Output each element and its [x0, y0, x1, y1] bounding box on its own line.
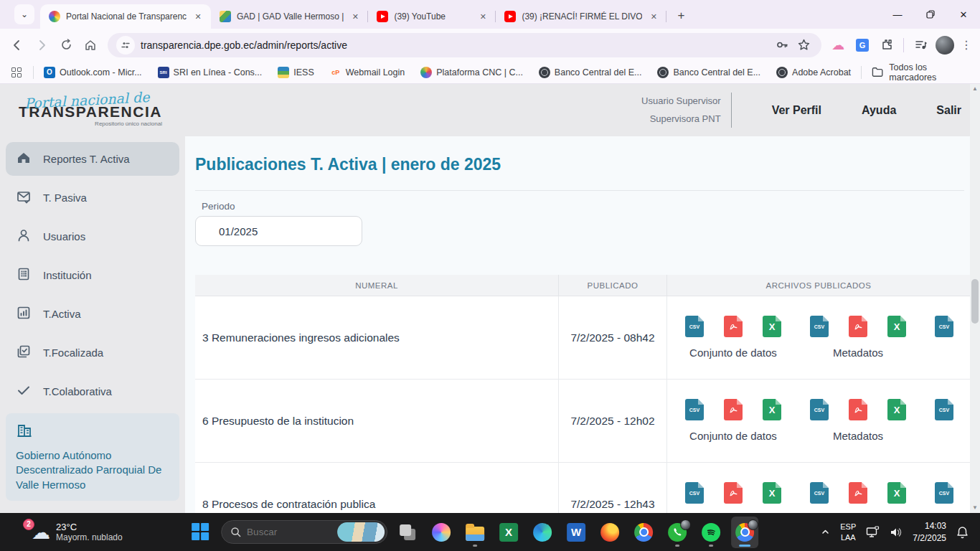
- translate-extension-icon[interactable]: G: [852, 34, 873, 56]
- sidebar-item-t-colaborativa[interactable]: T.Colaborativa: [6, 375, 179, 408]
- xls-file-icon[interactable]: X: [887, 316, 906, 337]
- sidebar-item-t-activa[interactable]: T.Activa: [6, 297, 179, 331]
- ayuda-link[interactable]: Ayuda: [862, 104, 896, 117]
- csv-file-icon[interactable]: CSV: [810, 399, 829, 420]
- bookmark-item[interactable]: Adobe Acrobat: [771, 64, 857, 81]
- scrollbar-thumb[interactable]: [971, 279, 979, 324]
- pdf-file-icon[interactable]: [849, 399, 867, 420]
- taskbar-app-spotify[interactable]: [697, 517, 725, 548]
- bookmark-item[interactable]: Banco Central del E...: [651, 64, 766, 81]
- volume-icon[interactable]: [890, 527, 903, 538]
- taskbar-app-word[interactable]: W: [562, 517, 590, 548]
- tray-language-switcher[interactable]: ESP LAA: [840, 522, 856, 543]
- entity-card[interactable]: Gobierno Autónomo Descentralizado Parroq…: [6, 413, 179, 501]
- tab-close-icon[interactable]: ✕: [349, 11, 361, 22]
- pdf-file-icon[interactable]: [724, 399, 743, 420]
- sidebar-item-t-pasiva[interactable]: T. Pasiva: [6, 181, 179, 215]
- tab-close-icon[interactable]: ✕: [648, 11, 659, 22]
- csv-file-icon[interactable]: CSV: [935, 399, 953, 420]
- tab-close-icon[interactable]: ✕: [477, 11, 489, 22]
- bookmark-item[interactable]: SRI SRI en Línea - Cons...: [152, 64, 268, 81]
- csv-file-icon[interactable]: CSV: [935, 482, 953, 504]
- back-button[interactable]: [6, 34, 29, 57]
- csv-file-icon[interactable]: CSV: [935, 316, 953, 337]
- taskbar-app-firefox[interactable]: [596, 517, 623, 548]
- taskbar-app-copilot[interactable]: [428, 517, 455, 548]
- tray-chevron-icon[interactable]: [821, 527, 830, 537]
- tab-close-icon[interactable]: ✕: [192, 11, 204, 22]
- forward-button[interactable]: [30, 34, 53, 57]
- media-controls-icon[interactable]: [910, 34, 931, 56]
- taskbar-app-excel[interactable]: X: [495, 517, 522, 548]
- bookmark-item[interactable]: Banco Central del E...: [533, 64, 648, 81]
- taskbar-start-button[interactable]: [187, 517, 215, 548]
- home-button[interactable]: [79, 34, 102, 57]
- window-minimize-button[interactable]: —: [881, 0, 914, 29]
- taskbar-app-whatsapp[interactable]: [664, 517, 691, 548]
- xls-file-icon[interactable]: X: [763, 316, 781, 337]
- sidebar-item-reportes-t-activa[interactable]: Reportes T. Activa: [6, 142, 179, 176]
- apps-grid-icon[interactable]: [11, 67, 22, 77]
- taskbar-app-file-explorer[interactable]: [461, 517, 489, 548]
- profile-avatar[interactable]: [934, 34, 956, 56]
- password-key-icon[interactable]: [771, 34, 793, 56]
- lang-line2: LAA: [840, 532, 856, 543]
- bookmark-item[interactable]: IESS: [272, 64, 320, 81]
- xls-file-icon[interactable]: X: [763, 482, 781, 504]
- new-tab-button[interactable]: +: [671, 6, 691, 26]
- main-content: Publicaciones T. Activa | enero de 2025 …: [185, 136, 980, 513]
- scroll-up-icon[interactable]: ▲: [972, 84, 978, 94]
- sidebar-item-t-focalizada[interactable]: T.Focalizada: [6, 336, 179, 369]
- taskbar-search-box[interactable]: [221, 520, 387, 544]
- window-close-button[interactable]: ✕: [947, 0, 980, 29]
- site-info-icon[interactable]: [116, 36, 135, 55]
- xls-file-icon[interactable]: X: [763, 399, 781, 420]
- scroll-down-icon[interactable]: ▼: [972, 503, 978, 513]
- taskbar-app-edge[interactable]: [529, 517, 556, 548]
- entity-name[interactable]: Gobierno Autónomo Descentralizado Parroq…: [16, 448, 169, 492]
- taskbar-app-chrome[interactable]: [630, 517, 657, 548]
- csv-file-icon[interactable]: CSV: [685, 482, 704, 504]
- pdf-file-icon[interactable]: [849, 482, 867, 504]
- network-icon[interactable]: [866, 526, 880, 538]
- notifications-bell-icon[interactable]: [956, 526, 969, 539]
- csv-file-icon[interactable]: CSV: [685, 316, 704, 337]
- taskbar-weather-widget[interactable]: ☁2 23°C Mayorm. nublado: [0, 522, 215, 542]
- pdf-file-icon[interactable]: [724, 316, 743, 337]
- bookmark-item[interactable]: cP Webmail Login: [324, 64, 410, 81]
- bookmark-item[interactable]: O Outlook.com - Micr...: [38, 64, 148, 81]
- reload-button[interactable]: [55, 34, 77, 57]
- tab-search-button[interactable]: ⌄: [14, 4, 34, 24]
- browser-tab[interactable]: (39) ¡RENACÍ! FIRMÉ EL DIVORC ✕: [496, 4, 666, 29]
- all-bookmarks-label[interactable]: Todos los marcadores: [889, 62, 973, 83]
- url-text[interactable]: transparencia.dpe.gob.ec/admin/reports/a…: [141, 39, 771, 51]
- csv-file-icon[interactable]: CSV: [685, 399, 704, 420]
- taskbar-app-chrome-profile[interactable]: [731, 517, 758, 548]
- taskbar-app-task-view[interactable]: [394, 517, 421, 548]
- search-input[interactable]: [247, 527, 326, 537]
- sidebar-item-instituci-n[interactable]: Institución: [6, 258, 179, 292]
- xls-file-icon[interactable]: X: [887, 482, 906, 504]
- browser-tab[interactable]: GAD | GAD Valle Hermoso | ✕: [211, 4, 368, 29]
- browser-tab[interactable]: Portal Nacional de Transparenc ✕: [40, 4, 211, 29]
- sidebar-item-usuarios[interactable]: Usuarios: [6, 220, 179, 253]
- xls-file-icon[interactable]: X: [887, 399, 906, 420]
- salir-link[interactable]: Salir: [936, 104, 961, 117]
- window-restore-button[interactable]: [914, 0, 947, 29]
- pdf-file-icon[interactable]: [724, 482, 743, 504]
- pdf-file-icon[interactable]: [849, 316, 867, 337]
- page-scrollbar[interactable]: ▲ ▼: [970, 84, 980, 513]
- browser-tab[interactable]: (39) YouTube ✕: [368, 4, 496, 29]
- csv-file-icon[interactable]: CSV: [810, 482, 829, 504]
- csv-file-icon[interactable]: CSV: [810, 316, 829, 337]
- weather-extension-icon[interactable]: ☁: [827, 34, 849, 56]
- search-daily-image[interactable]: [337, 522, 385, 542]
- ver-perfil-link[interactable]: Ver Perfil: [772, 104, 821, 117]
- chrome-menu-icon[interactable]: ⋮: [958, 38, 974, 52]
- period-input[interactable]: [195, 216, 362, 246]
- bookmark-star-icon[interactable]: [793, 34, 814, 56]
- bookmark-item[interactable]: Plataforma CNC | C...: [415, 64, 529, 81]
- tray-clock[interactable]: 14:03 7/2/2025: [913, 520, 946, 543]
- address-bar[interactable]: transparencia.dpe.gob.ec/admin/reports/a…: [108, 33, 821, 57]
- extensions-puzzle-icon[interactable]: [876, 34, 897, 56]
